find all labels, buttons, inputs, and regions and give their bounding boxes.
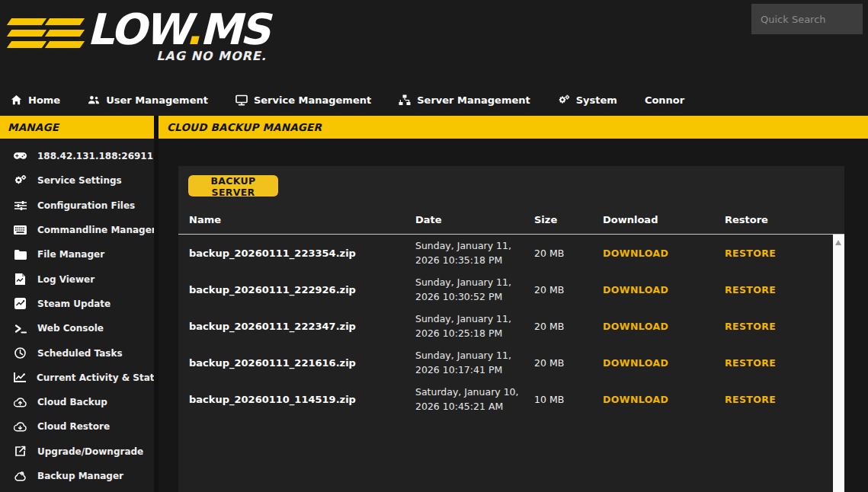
top-nav: Home User Management Service Management … [0,84,868,116]
sidebar-item-server-address[interactable]: 188.42.131.188:26911 [0,144,154,168]
sidebar-item-scheduled-tasks[interactable]: Scheduled Tasks [0,340,154,365]
sidebar-item-steam-update[interactable]: Steam Update [0,292,154,316]
backup-filename: backup_20260111_223354.zip [189,248,415,259]
scroll-up-arrow-icon[interactable] [835,240,841,245]
nav-item-label: Home [28,94,60,106]
nav-item-home[interactable]: Home [11,94,60,106]
sidebar-item-upgrade-downgrade[interactable]: Upgrade/Downgrade [0,439,154,464]
sidebar-item-label: Web Console [37,323,104,334]
backup-manager-card: BACKUP SERVER Name Date Size Download Re… [178,166,844,492]
backup-server-button[interactable]: BACKUP SERVER [188,175,278,196]
backup-date: Sunday, January 11, 2026 10:30:52 PM [415,275,534,305]
clock-icon [14,347,27,359]
logo-dot: . [186,5,200,54]
users-icon [88,94,100,105]
nav-item-connor[interactable]: Connor [645,94,684,106]
sidebar-title: MANAGE [8,121,59,133]
download-link[interactable]: DOWNLOAD [603,248,725,259]
sitemap-icon [399,94,411,106]
backup-filename: backup_20260110_114519.zip [189,394,415,405]
sidebar-item-label: Service Settings [37,175,122,186]
sidebar-item-service-settings[interactable]: Service Settings [0,168,154,193]
backup-size: 20 MB [534,248,603,259]
sidebar-item-label: Configuration Files [37,200,135,211]
sidebar-item-cloud-backup[interactable]: Cloud Backup [0,390,154,414]
sidebar-item-commandline-manager[interactable]: Commandline Manager [0,218,154,242]
column-header-size: Size [534,214,603,225]
logo-tagline: LAG NO MORE. [156,49,267,63]
nav-item-label: Service Management [254,94,371,106]
sidebar-item-label: Upgrade/Downgrade [37,446,143,457]
terminal-icon [14,324,27,334]
restore-link[interactable]: RESTORE [725,284,844,296]
sidebar-item-label: Commandline Manager [37,225,156,235]
nav-item-user-management[interactable]: User Management [88,94,208,106]
app-header: LOW.MS LAG NO MORE. [0,0,868,84]
manage-sidebar: 188.42.131.188:26911 Service Settings Co… [0,139,154,492]
folder-icon [14,250,27,260]
backup-filename: backup_20260111_221616.zip [189,357,415,369]
logo-text: LOW.MS [87,6,268,53]
sidebar-title-bar: MANAGE [0,116,154,139]
main-content: BACKUP SERVER Name Date Size Download Re… [159,139,868,492]
backup-table-body: backup_20260111_223354.zip Sunday, Janua… [178,235,844,492]
section-title-bars: MANAGE CLOUD BACKUP MANAGER [0,116,868,139]
sidebar-item-web-console[interactable]: Web Console [0,316,154,340]
upgrade-icon [14,446,27,457]
backup-date: Saturday, January 10, 2026 10:45:21 AM [415,385,534,414]
sidebar-item-configuration-files[interactable]: Configuration Files [0,193,154,218]
restore-link[interactable]: RESTORE [725,357,844,369]
gears-icon [558,94,570,106]
column-header-download: Download [603,214,725,225]
column-header-restore: Restore [725,214,844,225]
sidebar-item-label: File Manager [37,249,104,260]
sidebar-item-backup-manager[interactable]: Backup Manager [0,464,154,488]
nav-item-server-management[interactable]: Server Management [399,94,530,106]
logo-stripes-icon [9,18,82,48]
sliders-icon [14,200,27,211]
table-scrollbar[interactable] [833,235,844,492]
monitor-icon [235,94,248,106]
activity-chart-icon [14,372,26,382]
sidebar-item-label: 188.42.131.188:26911 [37,151,153,161]
download-link[interactable]: DOWNLOAD [603,357,725,369]
backup-date: Sunday, January 11, 2026 10:35:18 PM [415,238,534,268]
download-link[interactable]: DOWNLOAD [603,321,725,332]
column-header-name: Name [189,214,415,225]
table-row: backup_20260110_114519.zip Saturday, Jan… [178,381,844,417]
sidebar-item-label: Steam Update [37,299,111,309]
nav-item-label: Connor [645,94,684,106]
nav-item-system[interactable]: System [558,94,617,106]
home-icon [11,94,22,106]
sidebar-item-current-activity-stats[interactable]: Current Activity & Stats [0,366,154,390]
backup-size: 20 MB [534,357,603,369]
table-header-row: Name Date Size Download Restore [178,206,844,235]
keyboard-icon [14,225,27,235]
sidebar-item-log-viewer[interactable]: Log Viewer [0,267,154,291]
restore-link[interactable]: RESTORE [725,394,844,405]
sidebar-item-label: Backup Manager [37,471,123,481]
backup-filename: backup_20260111_222926.zip [189,284,415,296]
backup-date: Sunday, January 11, 2026 10:17:41 PM [415,348,534,378]
nav-item-label: System [576,94,617,106]
backup-filename: backup_20260111_222347.zip [189,321,415,332]
sidebar-item-label: Current Activity & Stats [37,372,160,383]
cloud-upload-icon [14,398,27,407]
table-row: backup_20260111_222926.zip Sunday, Janua… [178,271,844,308]
sidebar-item-cloud-restore[interactable]: Cloud Restore [0,414,154,439]
table-row: backup_20260111_223354.zip Sunday, Janua… [178,235,844,271]
download-link[interactable]: DOWNLOAD [603,394,725,405]
lowms-logo[interactable]: LOW.MS LAG NO MORE. [9,6,268,63]
quick-search-input[interactable] [751,4,863,34]
sidebar-item-label: Log Viewer [37,274,94,285]
restore-link[interactable]: RESTORE [725,321,844,332]
download-link[interactable]: DOWNLOAD [603,284,725,296]
column-header-date: Date [415,214,534,225]
backup-size: 10 MB [534,394,603,405]
sidebar-item-label: Cloud Backup [37,397,107,407]
restore-link[interactable]: RESTORE [725,248,844,259]
backup-size: 20 MB [534,321,603,332]
nav-item-label: User Management [106,94,208,106]
nav-item-service-management[interactable]: Service Management [235,94,371,106]
sidebar-item-file-manager[interactable]: File Manager [0,242,154,267]
